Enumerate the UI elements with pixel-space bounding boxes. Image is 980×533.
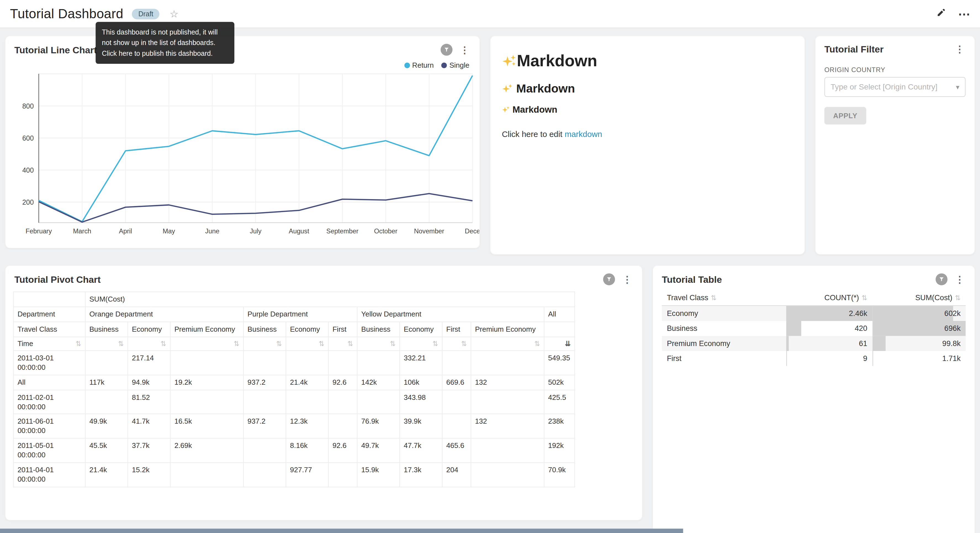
pivot-row: 2011-06-01 00:00:0049.9k41.7k16.5k937.21…: [14, 414, 575, 438]
pivot-value-cell: [243, 351, 286, 375]
pivot-value-cell: 39.9k: [400, 414, 442, 438]
sort-icon[interactable]: ⇅: [318, 340, 325, 347]
pivot-value-cell: 45.5k: [85, 439, 128, 463]
pivot-value-cell: 47.7k: [400, 439, 442, 463]
table-column-header[interactable]: Travel Class⇅: [662, 290, 786, 305]
pivot-sort-cell[interactable]: ⇅: [400, 337, 442, 351]
sort-icon[interactable]: ⇅: [75, 340, 81, 347]
pivot-subcolumn-header[interactable]: Economy: [400, 322, 442, 337]
pivot-sort-cell[interactable]: ⇅: [286, 337, 329, 351]
pivot-value-cell: 16.5k: [170, 414, 243, 438]
pivot-value-cell: 132: [471, 414, 544, 438]
sort-icon[interactable]: ⇅: [234, 340, 239, 347]
pivot-group-header[interactable]: All: [544, 307, 575, 322]
table-column-header[interactable]: SUM(Cost)⇅: [872, 290, 966, 305]
filter-indicator-icon[interactable]: [935, 273, 947, 285]
pivot-value-cell: [85, 351, 128, 375]
travel-class-cell: Economy: [662, 306, 786, 321]
sort-icon[interactable]: ⇅: [711, 294, 717, 302]
edit-pencil-icon[interactable]: [936, 8, 945, 20]
sort-icon[interactable]: ⇅: [534, 340, 540, 347]
pivot-group-header[interactable]: Orange Department: [85, 307, 243, 322]
pivot-value-cell: [442, 390, 471, 414]
table-column-header[interactable]: COUNT(*)⇅: [786, 290, 872, 305]
sort-icon[interactable]: ⇅: [862, 294, 867, 302]
pivot-value-cell: 94.9k: [128, 375, 170, 390]
svg-text:600: 600: [22, 134, 34, 142]
pivot-sort-cell[interactable]: ⇊: [544, 337, 575, 351]
pivot-subcolumn-header[interactable]: Economy: [128, 322, 170, 337]
sort-icon[interactable]: ⇅: [390, 340, 396, 347]
table-row: Premium Economy6199.8k: [662, 336, 966, 351]
draft-badge[interactable]: Draft: [132, 8, 159, 19]
sort-icon[interactable]: ⇅: [347, 340, 353, 347]
pivot-subcolumn-header[interactable]: Premium Economy: [170, 322, 243, 337]
pivot-sort-cell[interactable]: ⇅: [170, 337, 243, 351]
value-cell: 696k: [872, 321, 966, 336]
pivot-subcolumn-header[interactable]: Business: [357, 322, 400, 337]
origin-country-select[interactable]: Type or Select [Origin Country] ▾: [824, 77, 966, 97]
horizontal-scrollbar-thumb[interactable]: [0, 528, 683, 533]
cell-value: 1.71k: [942, 354, 960, 363]
column-label: Travel Class: [667, 293, 708, 302]
pivot-value-cell: 502k: [544, 375, 575, 390]
cell-value: First: [667, 354, 682, 363]
pivot-subcolumn-header[interactable]: Economy: [286, 322, 329, 337]
pivot-value-cell: 2.69k: [170, 439, 243, 463]
pivot-row-label: 2011-05-01 00:00:00: [14, 439, 85, 463]
sort-icon[interactable]: ⇅: [461, 340, 467, 347]
filter-indicator-icon[interactable]: [603, 273, 615, 285]
pivot-dimension-label: Travel Class: [14, 322, 85, 337]
table-row: First91.71k: [662, 351, 966, 366]
pivot-value-cell: 70.9k: [544, 463, 575, 487]
pivot-value-cell: 465.6: [442, 439, 471, 463]
pivot-sort-cell[interactable]: ⇅: [85, 337, 128, 351]
pivot-subcolumn-header[interactable]: First: [442, 322, 471, 337]
cell-value: 420: [855, 324, 867, 333]
apply-button[interactable]: APPLY: [824, 107, 866, 124]
sort-icon[interactable]: ⇊: [565, 340, 571, 347]
markdown-h2: Markdown: [502, 82, 793, 96]
publish-tooltip[interactable]: This dashboard is not published, it will…: [95, 22, 234, 64]
data-table-container: Travel Class⇅COUNT(*)⇅SUM(Cost)⇅Economy2…: [653, 289, 974, 366]
sort-icon[interactable]: ⇅: [955, 294, 961, 302]
pivot-table: SUM(Cost)DepartmentOrange DepartmentPurp…: [13, 292, 575, 487]
pivot-sort-cell[interactable]: ⇅: [442, 337, 471, 351]
sparkles-icon: [502, 83, 513, 94]
sort-icon[interactable]: ⇅: [161, 340, 166, 347]
pivot-value-cell: [286, 351, 329, 375]
pivot-subcolumn-header[interactable]: First: [329, 322, 357, 337]
pivot-row-dim-header[interactable]: Time⇅: [14, 337, 85, 351]
kebab-menu-icon[interactable]: ⋮: [954, 274, 966, 284]
more-menu-icon[interactable]: ⋯: [958, 8, 970, 20]
pivot-sort-cell[interactable]: ⇅: [128, 337, 170, 351]
travel-class-cell: Business: [662, 321, 786, 336]
pivot-subcolumn-header[interactable]: Premium Economy: [471, 322, 544, 337]
pivot-subcolumn-header[interactable]: [544, 322, 575, 337]
pivot-group-header[interactable]: Yellow Department: [357, 307, 544, 322]
svg-text:November: November: [414, 227, 444, 235]
data-table: Travel Class⇅COUNT(*)⇅SUM(Cost)⇅Economy2…: [662, 290, 966, 366]
pivot-value-cell: 132: [471, 375, 544, 390]
markdown-edit-link[interactable]: markdown: [565, 129, 602, 139]
pivot-value-cell: [170, 351, 243, 375]
pivot-value-cell: 204: [442, 463, 471, 487]
markdown-h2-text: Markdown: [516, 82, 575, 96]
pivot-sort-cell[interactable]: ⇅: [357, 337, 400, 351]
travel-class-cell: Premium Economy: [662, 336, 786, 351]
sort-icon[interactable]: ⇅: [276, 340, 282, 347]
pivot-group-header[interactable]: Purple Department: [243, 307, 357, 322]
pivot-subcolumn-header[interactable]: Business: [85, 322, 128, 337]
sort-icon[interactable]: ⇅: [432, 340, 438, 347]
sort-icon[interactable]: ⇅: [118, 340, 124, 347]
dashboard-page: Tutorial Dashboard Draft ☆ ⋯ This dashbo…: [0, 0, 980, 533]
kebab-menu-icon[interactable]: ⋮: [621, 274, 633, 284]
cell-value: 9: [863, 354, 867, 363]
kebab-menu-icon[interactable]: ⋮: [954, 45, 966, 54]
pivot-subcolumn-header[interactable]: Business: [243, 322, 286, 337]
favorite-star-icon[interactable]: ☆: [170, 8, 178, 20]
pivot-value-cell: 117k: [85, 375, 128, 390]
pivot-sort-cell[interactable]: ⇅: [243, 337, 286, 351]
pivot-sort-cell[interactable]: ⇅: [471, 337, 544, 351]
pivot-sort-cell[interactable]: ⇅: [329, 337, 357, 351]
